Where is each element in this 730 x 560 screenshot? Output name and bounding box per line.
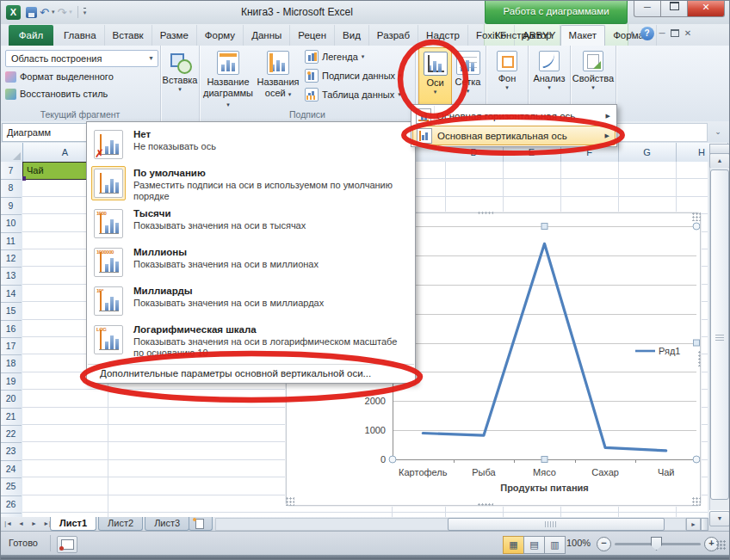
ribbon-tab-Рецен[interactable]: Рецен [290, 25, 335, 46]
axes-menu-item[interactable]: LOGЛогарифмическая шкалаПоказывать значе… [87, 321, 415, 361]
row-header-26[interactable]: 26 [0, 495, 22, 514]
row-header-17[interactable]: 17 [0, 337, 22, 355]
ribbon-tab-Разме[interactable]: Разме [152, 25, 197, 46]
maximize-button[interactable] [661, 0, 688, 17]
column-header-G[interactable]: G [618, 143, 677, 162]
ribbon-tab-Конструктор[interactable]: Конструктор [487, 25, 560, 46]
axes-menu-item[interactable]: 10⁹МиллиардыПоказывать значения на оси в… [87, 282, 415, 321]
sheet-tab-Лист1[interactable]: Лист1 [50, 517, 96, 531]
row-headers[interactable]: 789101112131415161718192021222324252627 [0, 162, 23, 517]
save-icon[interactable] [26, 7, 37, 18]
formula-bar-expand-icon[interactable]: ⌄ [709, 124, 727, 140]
chart-frame-grip[interactable] [478, 212, 493, 215]
row-header-25[interactable]: 25 [0, 477, 22, 495]
chart-title-button[interactable]: Название диаграммы ▾ [203, 47, 253, 114]
row-header-10[interactable]: 10 [0, 214, 22, 232]
row-header-20[interactable]: 20 [0, 390, 22, 408]
submenu-item[interactable]: Основная вертикальная ось▶ [412, 126, 616, 145]
ribbon-tab-Вид[interactable]: Вид [335, 25, 369, 46]
undo-icon[interactable]: ↶ [40, 7, 49, 18]
row-header-16[interactable]: 16 [0, 320, 22, 338]
minimize-button[interactable]: ─ [634, 0, 661, 17]
scroll-up-icon[interactable]: ▲ [709, 153, 730, 169]
row-header-18[interactable]: 18 [0, 354, 22, 372]
row-header-23[interactable]: 23 [0, 442, 22, 460]
macro-record-icon[interactable] [57, 536, 77, 553]
page-break-view-button[interactable]: ▥ [544, 536, 566, 554]
close-button[interactable]: ✕ [688, 0, 725, 17]
axes-menu-item[interactable]: 1000ТысячиПоказывать значения на оси в т… [87, 205, 415, 243]
gridlines-icon [456, 51, 480, 75]
legend-button[interactable]: Легенда▾ [305, 49, 364, 65]
undo-dropdown-icon[interactable]: ▾ [52, 9, 55, 15]
chart-frame-grip[interactable] [698, 351, 702, 366]
submenu-arrow-icon: ▶ [606, 113, 614, 120]
tab-split-handle[interactable] [701, 518, 708, 531]
zoom-slider-thumb[interactable] [651, 537, 662, 551]
ribbon-tab-Разраб[interactable]: Разраб [369, 25, 418, 46]
ribbon-tab-Вставк[interactable]: Вставк [105, 25, 152, 46]
zoom-level[interactable]: 100% [566, 538, 591, 548]
prev-sheet-icon[interactable]: ◄ [15, 518, 27, 529]
page-layout-view-button[interactable]: ▤ [523, 536, 545, 554]
file-tab[interactable]: Файл [9, 25, 53, 46]
data-table-button[interactable]: Таблица данных▾ [305, 87, 401, 102]
row-header-24[interactable]: 24 [0, 460, 22, 478]
next-sheet-icon[interactable]: ► [28, 518, 40, 529]
row-header-14[interactable]: 14 [0, 285, 22, 303]
axes-menu-item[interactable]: По умолчаниюРазместить подписи на оси в … [87, 164, 415, 205]
scroll-right-icon[interactable]: ► [686, 518, 701, 531]
chart-frame-corner-grip[interactable] [286, 497, 294, 506]
workbook-restore-icon[interactable] [671, 28, 679, 39]
reset-style-button[interactable]: Восстановить стиль [5, 86, 108, 102]
more-axis-options-item[interactable]: Дополнительные параметры основной вертик… [87, 365, 415, 383]
chevron-down-icon: ▾ [398, 91, 401, 98]
normal-view-button[interactable]: ▦ [503, 536, 524, 554]
trendline-icon [539, 51, 560, 71]
row-header-19[interactable]: 19 [0, 372, 22, 391]
axis-option-icon: 10⁹ [94, 286, 123, 316]
help-icon[interactable]: ? [640, 27, 654, 40]
row-header-21[interactable]: 21 [0, 408, 22, 426]
vertical-scrollbar[interactable]: ▲ ▼ [709, 144, 728, 526]
scroll-thumb[interactable] [710, 169, 729, 500]
ribbon-tab-Форму[interactable]: Форму [197, 25, 244, 46]
ribbon-tab-Надстр[interactable]: Надстр [418, 25, 468, 46]
status-ready: Готово [9, 538, 38, 548]
row-header-15[interactable]: 15 [0, 302, 22, 320]
chart-elements-dropdown[interactable]: Область построения ▼ [5, 50, 158, 67]
scroll-down-icon[interactable]: ▼ [709, 511, 730, 526]
row-header-8[interactable]: 8 [0, 179, 22, 197]
axis-titles-button[interactable]: Названия осей ▾ [255, 47, 301, 114]
insert-button[interactable]: Вставка ▾ [161, 47, 199, 114]
chart-frame-corner-grip[interactable] [692, 212, 701, 221]
row-header-11[interactable]: 11 [0, 232, 22, 250]
collapse-ribbon-icon[interactable]: ∧ [629, 29, 635, 38]
sheet-tab-Лист2[interactable]: Лист2 [98, 517, 143, 531]
qat-customize-icon[interactable]: ▾ [84, 8, 87, 16]
select-all-corner[interactable] [0, 143, 23, 163]
row-header-7[interactable]: 7 [0, 162, 22, 180]
format-selection-button[interactable]: Формат выделенного [5, 69, 114, 84]
chart-frame-grip[interactable] [478, 503, 493, 507]
horizontal-scroll-thumb[interactable] [448, 518, 665, 531]
ribbon-tab-Данны[interactable]: Данны [244, 25, 290, 46]
data-labels-button[interactable]: Подписи данных▾ [305, 68, 402, 83]
workbook-minimize-icon[interactable]: ─ [659, 28, 665, 40]
axes-menu-item[interactable]: 1000000МиллионыПоказывать значения на ос… [87, 243, 415, 282]
resize-grip[interactable] [716, 540, 727, 551]
ribbon-tab-Макет[interactable]: Макет [560, 25, 606, 46]
sheet-tab-Лист3[interactable]: Лист3 [145, 517, 189, 531]
submenu-item[interactable]: Основная горизонтальная ось▶ [412, 106, 616, 126]
first-sheet-icon[interactable]: |◄ [3, 518, 14, 529]
chart-frame-corner-grip[interactable] [692, 497, 701, 506]
workbook-close-icon[interactable]: ✕ [684, 28, 691, 40]
axes-menu-item[interactable]: ✗НетНе показывать ось [87, 126, 415, 164]
row-header-13[interactable]: 13 [0, 267, 22, 285]
row-header-12[interactable]: 12 [0, 249, 22, 268]
row-header-22[interactable]: 22 [0, 425, 22, 443]
row-header-9[interactable]: 9 [0, 197, 22, 215]
ribbon-tab-Главна[interactable]: Главна [56, 25, 105, 46]
zoom-out-button[interactable]: − [597, 537, 611, 551]
insert-worksheet-tab[interactable] [189, 517, 213, 531]
